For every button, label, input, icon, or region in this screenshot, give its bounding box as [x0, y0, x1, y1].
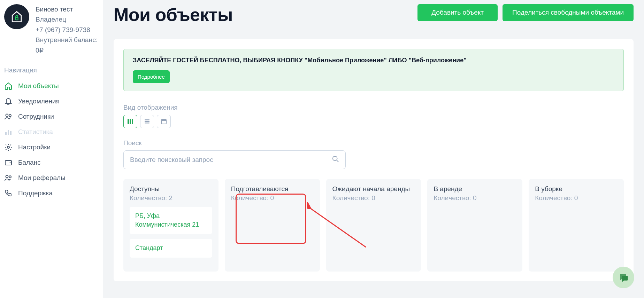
svg-rect-5 — [10, 131, 12, 135]
svg-rect-3 — [5, 132, 7, 135]
nav-item-label: Мои объекты — [18, 82, 59, 90]
stats-icon — [4, 128, 13, 136]
column-count: Количество: 0 — [231, 194, 314, 202]
nav-item-wallet[interactable]: Баланс — [0, 155, 103, 170]
share-free-button[interactable]: Поделиться свободными объектами — [503, 4, 634, 21]
nav-item-home[interactable]: Мои объекты — [0, 78, 103, 94]
add-object-button[interactable]: Добавить объект — [417, 4, 498, 21]
nav-item-stats[interactable]: Статистика — [0, 124, 103, 140]
view-toggle — [123, 115, 624, 128]
nav-item-label: Сотрудники — [18, 113, 54, 120]
svg-line-20 — [337, 160, 339, 162]
chat-button[interactable] — [613, 267, 634, 288]
page-title: Мои объекты — [114, 4, 233, 25]
column-title: Подготавливаются — [231, 185, 314, 193]
column-count: Количество: 0 — [332, 194, 415, 202]
user-role: Владелец — [36, 14, 98, 24]
column-title: В аренде — [434, 185, 516, 193]
avatar[interactable] — [4, 4, 29, 29]
svg-rect-18 — [161, 119, 166, 121]
user-info: Биново тест Владелец +7 (967) 739-9738 В… — [36, 4, 98, 55]
kanban-column: В уборкеКоличество: 0 — [529, 179, 624, 272]
svg-point-10 — [9, 176, 11, 178]
calendar-icon — [161, 118, 167, 125]
nav-item-users[interactable]: Мои рефералы — [0, 170, 103, 186]
kanban-column: ДоступныКоличество: 2РБ, УфаКоммунистиче… — [123, 179, 219, 272]
column-count: Количество: 0 — [535, 194, 618, 202]
promo-banner: ЗАСЕЛЯЙТЕ ГОСТЕЙ БЕСПЛАТНО, ВЫБИРАЯ КНОП… — [123, 49, 624, 91]
svg-rect-14 — [145, 119, 150, 120]
column-count: Количество: 0 — [434, 194, 516, 202]
search-icon — [332, 155, 339, 164]
bell-icon — [4, 97, 13, 105]
svg-point-8 — [10, 162, 11, 163]
header: Мои объекты Добавить объект Поделиться с… — [103, 0, 644, 39]
phone-icon — [4, 189, 13, 197]
column-title: В уборке — [535, 185, 618, 193]
nav-item-label: Мои рефералы — [18, 174, 66, 182]
nav-list: Мои объектыУведомленияСотрудникиСтатисти… — [0, 78, 103, 201]
users-icon — [4, 174, 13, 182]
nav-item-phone[interactable]: Поддержка — [0, 186, 103, 201]
search-wrap — [123, 150, 346, 169]
home-icon — [4, 82, 13, 90]
nav-item-bell[interactable]: Уведомления — [0, 94, 103, 109]
kanban-column: Ожидают начала арендыКоличество: 0 — [326, 179, 421, 272]
svg-point-6 — [7, 146, 9, 148]
svg-rect-15 — [145, 121, 150, 122]
svg-rect-4 — [8, 130, 9, 135]
search-input[interactable] — [123, 150, 346, 169]
nav-item-label: Уведомления — [18, 97, 60, 105]
svg-point-9 — [6, 175, 8, 178]
nav-item-label: Статистика — [18, 128, 53, 136]
promo-more-button[interactable]: Подробнее — [133, 70, 170, 83]
kanban-column: В арендеКоличество: 0 — [427, 179, 522, 272]
user-balance-value: 0₽ — [36, 45, 98, 55]
svg-point-1 — [6, 114, 8, 117]
column-title: Ожидают начала аренды — [332, 185, 415, 193]
svg-point-19 — [333, 156, 337, 161]
columns-icon — [127, 118, 133, 125]
view-calendar-button[interactable] — [157, 115, 171, 128]
home-lock-icon — [9, 9, 24, 24]
kanban-columns: ДоступныКоличество: 2РБ, УфаКоммунистиче… — [123, 179, 624, 272]
main: Мои объекты Добавить объект Поделиться с… — [103, 0, 644, 298]
kanban-column: ПодготавливаютсяКоличество: 0 — [225, 179, 320, 272]
chat-icon — [618, 272, 629, 283]
header-buttons: Добавить объект Поделиться свободными об… — [417, 4, 634, 21]
nav-item-label: Баланс — [18, 159, 41, 166]
gear-icon — [4, 143, 13, 151]
svg-point-2 — [9, 115, 11, 117]
users-icon — [4, 112, 13, 121]
content: ЗАСЕЛЯЙТЕ ГОСТЕЙ БЕСПЛАТНО, ВЫБИРАЯ КНОП… — [114, 39, 634, 281]
user-phone: +7 (967) 739-9738 — [36, 25, 98, 35]
search-label: Поиск — [123, 139, 624, 147]
nav-title: Навигация — [0, 64, 103, 78]
wallet-icon — [4, 158, 13, 167]
list-icon — [144, 118, 150, 125]
nav-item-gear[interactable]: Настройки — [0, 140, 103, 155]
nav-item-users[interactable]: Сотрудники — [0, 109, 103, 124]
user-name: Биново тест — [36, 4, 98, 14]
svg-rect-13 — [132, 119, 133, 124]
user-balance-label: Внутренний баланс: — [36, 35, 98, 45]
view-label: Вид отображения — [123, 104, 624, 111]
object-card[interactable]: Стандарт — [130, 239, 212, 257]
object-card[interactable]: РБ, УфаКоммунистическая 21 — [130, 207, 212, 234]
column-title: Доступны — [130, 185, 212, 193]
nav-item-label: Поддержка — [18, 189, 53, 197]
card-line: Коммунистическая 21 — [135, 220, 207, 229]
nav-item-label: Настройки — [18, 143, 51, 151]
card-line: Стандарт — [135, 244, 207, 252]
promo-text: ЗАСЕЛЯЙТЕ ГОСТЕЙ БЕСПЛАТНО, ВЫБИРАЯ КНОП… — [133, 57, 614, 64]
view-list-button[interactable] — [140, 115, 154, 128]
svg-rect-11 — [128, 119, 129, 124]
column-count: Количество: 2 — [130, 194, 212, 202]
svg-rect-16 — [145, 123, 150, 124]
user-block: Биново тест Владелец +7 (967) 739-9738 В… — [0, 4, 103, 64]
view-columns-button[interactable] — [123, 115, 137, 128]
svg-rect-0 — [15, 17, 18, 20]
sidebar: Биново тест Владелец +7 (967) 739-9738 В… — [0, 0, 103, 298]
card-line: РБ, Уфа — [135, 212, 207, 220]
svg-rect-12 — [130, 119, 131, 124]
